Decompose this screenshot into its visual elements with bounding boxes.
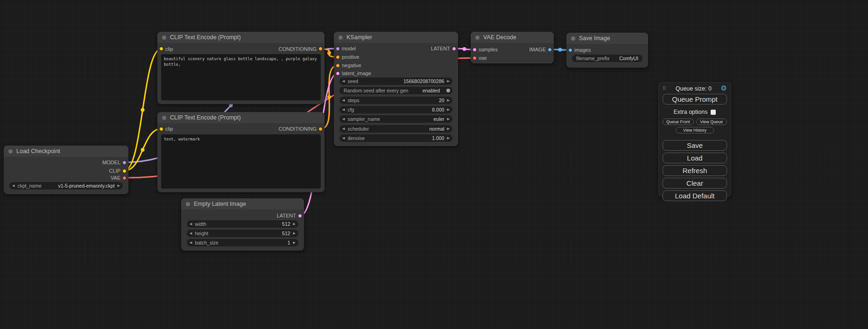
decrement-arrow-icon[interactable]: ◀	[339, 98, 347, 102]
node-save-image[interactable]: Save Image images filename_prefix ComfyU…	[566, 33, 648, 68]
increment-arrow-icon[interactable]: ▶	[290, 241, 298, 245]
output-slot-clip[interactable]	[122, 169, 127, 173]
view-history-button[interactable]: View History	[676, 127, 714, 133]
node-load-checkpoint[interactable]: Load Checkpoint MODEL CLIP VAE ◀ ckpt_na…	[4, 146, 128, 194]
random-seed-toggle-widget[interactable]: Random seed after every gen enabled	[339, 87, 452, 94]
node-empty-latent-image[interactable]: Empty Latent Image LATENT ◀ width 512 ▶ …	[181, 198, 304, 251]
ckpt-name-widget[interactable]: ◀ ckpt_name v1-5-pruned-emaonly.ckpt ▶	[9, 182, 123, 189]
comfyui-canvas[interactable]: { "slot_colors": { "MODEL": "#B39DDB", "…	[0, 0, 868, 329]
node-titlebar[interactable]: KSampler	[334, 32, 458, 43]
collapse-toggle-icon[interactable]	[339, 35, 343, 40]
increment-arrow-icon[interactable]: ▶	[290, 222, 298, 226]
view-queue-button[interactable]: View Queue	[696, 119, 727, 125]
save-button[interactable]: Save	[663, 140, 727, 151]
input-slot-latent-image[interactable]	[336, 71, 340, 76]
input-slot-samples[interactable]	[473, 48, 477, 52]
prev-value-arrow-icon[interactable]: ◀	[9, 184, 17, 188]
widget-label: cfg	[347, 107, 354, 112]
widget-value: enabled	[423, 88, 444, 93]
scheduler-widget[interactable]: ◀ scheduler normal ▶	[339, 125, 452, 133]
input-label-samples: samples	[479, 46, 498, 53]
node-titlebar[interactable]: Load Checkpoint	[4, 146, 128, 157]
queue-front-button[interactable]: Queue Front	[663, 119, 694, 125]
prev-value-arrow-icon[interactable]: ◀	[339, 127, 347, 131]
collapse-toggle-icon[interactable]	[475, 35, 480, 40]
increment-arrow-icon[interactable]: ▶	[290, 231, 298, 235]
node-titlebar[interactable]: VAE Decode	[471, 32, 554, 43]
input-slot-negative[interactable]	[336, 63, 340, 68]
widget-value: 512	[282, 231, 290, 236]
collapse-toggle-icon[interactable]	[8, 149, 13, 154]
output-slot-latent[interactable]	[298, 214, 302, 218]
collapse-toggle-icon[interactable]	[162, 35, 166, 40]
input-slot-model[interactable]	[336, 47, 340, 51]
widget-value: 156680208700286	[403, 78, 445, 84]
output-slot-conditioning[interactable]	[318, 47, 323, 51]
node-titlebar[interactable]: Save Image	[566, 33, 648, 44]
output-slot-model[interactable]	[122, 161, 127, 165]
input-slot-vae[interactable]	[473, 56, 477, 60]
decrement-arrow-icon[interactable]: ◀	[187, 231, 195, 235]
node-clip-text-encode-positive[interactable]: CLIP Text Encode (Prompt) clip CONDITION…	[157, 32, 325, 104]
widget-value: 1.000	[432, 135, 444, 141]
input-slot-clip[interactable]	[159, 47, 163, 51]
menu-header: ⠿ Queue size: 0 ⚙	[659, 83, 731, 93]
negative-prompt-textarea[interactable]: text, watermark	[161, 134, 321, 189]
output-slot-latent[interactable]	[452, 47, 456, 51]
settings-gear-icon[interactable]: ⚙	[721, 85, 727, 92]
steps-widget[interactable]: ◀ steps 20 ▶	[339, 97, 452, 104]
node-titlebar[interactable]: Empty Latent Image	[181, 198, 304, 210]
node-vae-decode[interactable]: VAE Decode samples vae IMAGE	[471, 32, 554, 63]
queue-prompt-button[interactable]: Queue Prompt	[663, 94, 727, 105]
node-ksampler[interactable]: KSampler model positive negative latent_…	[334, 32, 458, 146]
height-widget[interactable]: ◀ height 512 ▶	[187, 230, 298, 237]
collapse-toggle-icon[interactable]	[571, 36, 575, 41]
decrement-arrow-icon[interactable]: ◀	[339, 79, 347, 83]
batch-size-widget[interactable]: ◀ batch_size 1 ▶	[187, 239, 298, 246]
cfg-widget[interactable]: ◀ cfg 8.000 ▶	[339, 106, 452, 113]
node-title: CLIP Text Encode (Prompt)	[170, 34, 241, 41]
input-slot-positive[interactable]	[336, 55, 340, 59]
node-clip-text-encode-negative[interactable]: CLIP Text Encode (Prompt) clip CONDITION…	[157, 112, 325, 192]
refresh-button[interactable]: Refresh	[663, 165, 727, 176]
next-value-arrow-icon[interactable]: ▶	[445, 127, 452, 131]
output-slot-conditioning[interactable]	[318, 127, 323, 131]
positive-prompt-textarea[interactable]: beautiful scenery nature glass bottle la…	[161, 54, 321, 100]
load-default-button[interactable]: Load Default	[663, 190, 727, 201]
load-button[interactable]: Load	[663, 153, 727, 163]
collapse-toggle-icon[interactable]	[186, 202, 190, 206]
extra-options-row: Extra options	[659, 109, 731, 115]
decrement-arrow-icon[interactable]: ◀	[339, 136, 347, 140]
widget-value: 512	[282, 221, 290, 227]
filename-prefix-widget[interactable]: filename_prefix ComfyUI	[572, 55, 642, 62]
decrement-arrow-icon[interactable]: ◀	[187, 241, 195, 245]
decrement-arrow-icon[interactable]: ◀	[187, 222, 195, 226]
toggle-indicator[interactable]	[446, 89, 450, 92]
node-titlebar[interactable]: CLIP Text Encode (Prompt)	[157, 32, 325, 43]
clear-button[interactable]: Clear	[663, 178, 727, 189]
seed-widget[interactable]: ◀ seed 156680208700286 ▶	[339, 77, 452, 85]
collapse-toggle-icon[interactable]	[162, 116, 166, 120]
input-slot-clip[interactable]	[159, 127, 163, 131]
drag-handle-icon[interactable]: ⠿	[663, 85, 666, 91]
sampler-name-widget[interactable]: ◀ sampler_name euler ▶	[339, 115, 452, 123]
node-titlebar[interactable]: CLIP Text Encode (Prompt)	[157, 112, 325, 123]
output-slot-image[interactable]	[548, 48, 552, 52]
output-slot-vae[interactable]	[122, 176, 127, 180]
increment-arrow-icon[interactable]: ▶	[445, 98, 452, 102]
next-value-arrow-icon[interactable]: ▶	[445, 117, 452, 121]
extra-options-checkbox[interactable]	[711, 110, 716, 115]
widget-label: height	[195, 231, 208, 236]
widget-value: 8.000	[432, 107, 444, 112]
node-title: Load Checkpoint	[16, 148, 60, 154]
increment-arrow-icon[interactable]: ▶	[445, 108, 452, 112]
next-value-arrow-icon[interactable]: ▶	[115, 184, 123, 188]
denoise-widget[interactable]: ◀ denoise 1.000 ▶	[339, 134, 452, 142]
widget-label: filename_prefix	[572, 56, 609, 61]
input-slot-images[interactable]	[568, 48, 572, 52]
width-widget[interactable]: ◀ width 512 ▶	[187, 220, 298, 228]
prev-value-arrow-icon[interactable]: ◀	[339, 117, 347, 121]
decrement-arrow-icon[interactable]: ◀	[339, 108, 347, 112]
increment-arrow-icon[interactable]: ▶	[445, 79, 452, 83]
increment-arrow-icon[interactable]: ▶	[445, 136, 452, 140]
